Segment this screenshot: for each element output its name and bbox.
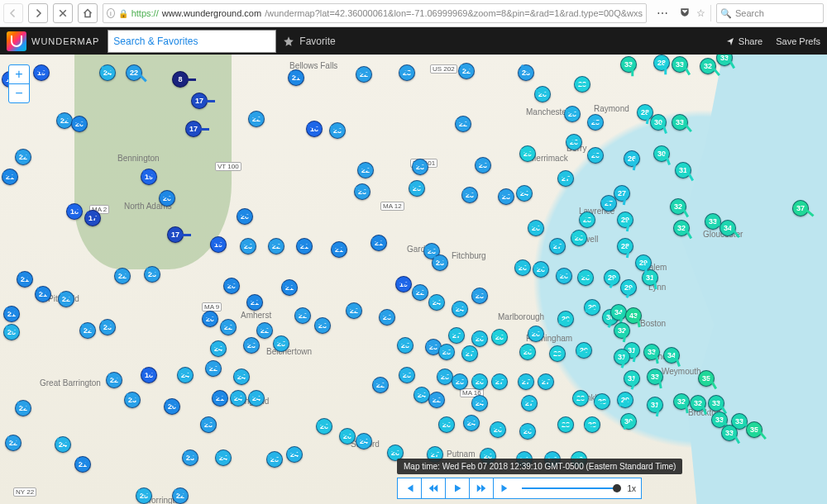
weather-station[interactable]: 22 bbox=[248, 111, 265, 127]
station-pin[interactable]: 25 bbox=[397, 337, 414, 354]
weather-station[interactable]: 23 bbox=[144, 266, 160, 283]
station-pin[interactable]: 17 bbox=[167, 226, 184, 243]
station-pin[interactable]: 23 bbox=[99, 319, 116, 335]
weather-station[interactable]: 29 bbox=[584, 299, 600, 316]
weather-station[interactable]: 22 bbox=[346, 302, 362, 319]
station-pin[interactable]: 22 bbox=[58, 291, 74, 307]
station-pin[interactable]: 28 bbox=[577, 269, 594, 286]
station-pin[interactable]: 21 bbox=[370, 235, 387, 251]
weather-station[interactable]: 28 bbox=[519, 344, 536, 360]
info-icon[interactable]: i bbox=[107, 8, 115, 18]
weather-station[interactable]: 23 bbox=[329, 122, 346, 139]
weather-station[interactable]: 29 bbox=[635, 254, 652, 271]
station-pin[interactable]: 17 bbox=[191, 93, 208, 109]
station-pin[interactable]: 19 bbox=[210, 236, 227, 253]
weather-station[interactable]: 22 bbox=[5, 435, 22, 451]
station-pin[interactable]: 25 bbox=[452, 373, 468, 390]
station-pin[interactable]: 23 bbox=[498, 188, 514, 205]
weather-station[interactable]: 26 bbox=[528, 220, 544, 236]
station-pin[interactable]: 27 bbox=[557, 170, 574, 187]
weather-station[interactable]: 28 bbox=[574, 76, 590, 93]
station-pin[interactable]: 22 bbox=[455, 116, 471, 132]
station-pin[interactable]: 22 bbox=[356, 66, 372, 83]
weather-station[interactable]: 26 bbox=[490, 421, 506, 438]
weather-station[interactable]: 24 bbox=[452, 301, 468, 317]
station-pin[interactable]: 21 bbox=[17, 271, 33, 288]
station-pin[interactable]: 43 bbox=[625, 307, 642, 324]
station-pin[interactable]: 24 bbox=[356, 433, 372, 449]
station-pin[interactable]: 21 bbox=[212, 390, 228, 407]
zoom-in-button[interactable]: + bbox=[9, 65, 29, 84]
weather-station[interactable]: 18 bbox=[141, 367, 157, 383]
weather-station[interactable]: 33 bbox=[716, 55, 733, 66]
station-pin[interactable]: 21 bbox=[296, 238, 313, 254]
station-pin[interactable]: 26 bbox=[471, 373, 488, 390]
station-pin[interactable]: 29 bbox=[635, 254, 652, 271]
station-pin[interactable]: 26 bbox=[471, 330, 488, 347]
weather-station[interactable]: 32 bbox=[670, 198, 686, 215]
station-pin[interactable]: 27 bbox=[600, 195, 617, 212]
station-pin[interactable]: 19 bbox=[33, 64, 50, 81]
weather-station[interactable]: 20 bbox=[71, 116, 88, 132]
weather-station[interactable]: 25 bbox=[437, 368, 453, 385]
station-pin[interactable]: 29 bbox=[604, 269, 620, 286]
station-pin[interactable]: 21 bbox=[288, 69, 304, 86]
station-pin[interactable]: 25 bbox=[266, 451, 283, 468]
weather-station[interactable]: 23 bbox=[379, 309, 395, 326]
station-pin[interactable]: 28 bbox=[584, 416, 600, 433]
weather-station[interactable]: 23 bbox=[399, 64, 415, 81]
station-pin[interactable]: 23 bbox=[144, 266, 160, 283]
weather-station[interactable]: 26 bbox=[534, 86, 551, 102]
weather-station[interactable]: 25 bbox=[136, 487, 152, 504]
station-pin[interactable]: 30 bbox=[653, 145, 670, 162]
weather-station[interactable]: 17 bbox=[185, 121, 202, 137]
station-pin[interactable]: 27 bbox=[518, 373, 534, 390]
weather-station[interactable]: 26 bbox=[316, 418, 332, 435]
station-pin[interactable]: 34 bbox=[663, 347, 680, 364]
station-pin[interactable]: 24 bbox=[99, 64, 116, 81]
weather-station[interactable]: 25 bbox=[438, 344, 455, 360]
weather-station[interactable]: 29 bbox=[576, 342, 592, 359]
weather-station[interactable]: 24 bbox=[356, 433, 372, 449]
station-pin[interactable]: 28 bbox=[637, 104, 653, 121]
weather-station[interactable]: 19 bbox=[395, 276, 412, 292]
weather-station[interactable]: 33 bbox=[620, 56, 637, 73]
back-button[interactable] bbox=[3, 3, 23, 23]
weather-station[interactable]: 28 bbox=[579, 212, 595, 228]
station-pin[interactable]: 23 bbox=[432, 254, 448, 271]
station-pin[interactable]: 28 bbox=[579, 212, 595, 228]
weather-station[interactable]: 27 bbox=[448, 327, 465, 344]
weather-station[interactable]: 27 bbox=[518, 373, 534, 390]
station-pin[interactable]: 26 bbox=[556, 268, 572, 284]
weather-station[interactable]: 25 bbox=[409, 180, 425, 197]
weather-station[interactable]: 33 bbox=[647, 368, 663, 385]
station-pin[interactable]: 21 bbox=[246, 294, 263, 311]
time-rewind-button[interactable] bbox=[421, 478, 445, 499]
station-pin[interactable]: 18 bbox=[66, 203, 83, 220]
station-pin[interactable]: 22 bbox=[346, 302, 362, 319]
station-pin[interactable]: 23 bbox=[243, 337, 260, 354]
weather-station[interactable]: 26 bbox=[533, 261, 549, 278]
weather-station[interactable]: 24 bbox=[286, 446, 303, 463]
station-pin[interactable]: 23 bbox=[461, 187, 478, 203]
bookmark-star-icon[interactable]: ☆ bbox=[696, 7, 705, 19]
weather-station[interactable]: 30 bbox=[653, 145, 670, 162]
url-bar[interactable]: i 🔒 https://www.wunderground.com/wunderm… bbox=[103, 3, 647, 23]
station-pin[interactable]: 26 bbox=[514, 259, 531, 276]
station-pin[interactable]: 28 bbox=[491, 329, 508, 345]
station-pin[interactable]: 21 bbox=[281, 279, 298, 296]
station-pin[interactable]: 22 bbox=[220, 319, 237, 335]
weather-station[interactable]: 22 bbox=[428, 392, 445, 408]
weather-station[interactable]: 24 bbox=[516, 185, 533, 202]
weather-station[interactable]: 22 bbox=[455, 116, 471, 132]
station-pin[interactable]: 27 bbox=[461, 345, 478, 362]
weather-station[interactable]: 23 bbox=[314, 317, 331, 334]
station-pin[interactable]: 24 bbox=[210, 340, 227, 357]
favorite-button[interactable]: Favorite bbox=[283, 36, 335, 47]
weather-station[interactable]: 26 bbox=[556, 268, 572, 284]
weather-station[interactable]: 20 bbox=[159, 190, 175, 207]
weather-station[interactable]: 22 bbox=[294, 307, 311, 324]
station-pin[interactable]: 19 bbox=[141, 169, 157, 185]
station-pin[interactable]: 29 bbox=[576, 342, 592, 359]
station-pin[interactable]: 37 bbox=[792, 200, 809, 216]
